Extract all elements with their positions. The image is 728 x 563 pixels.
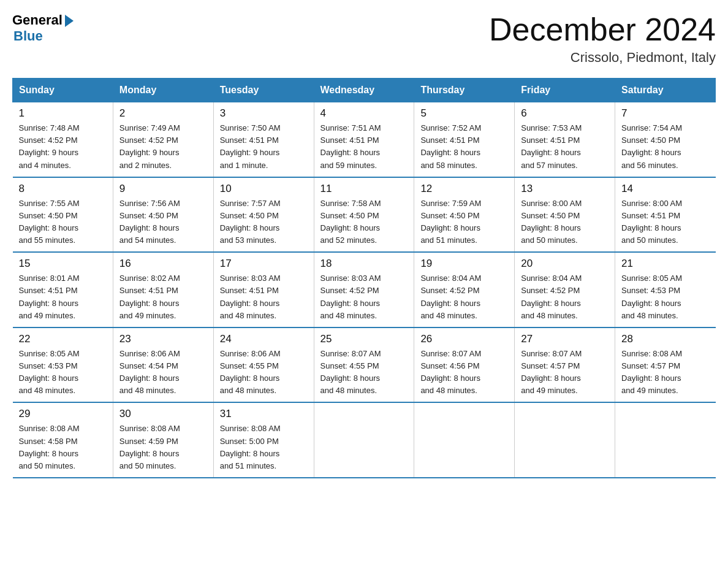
day-number: 21 <box>621 258 709 270</box>
day-info: Sunrise: 8:03 AM Sunset: 4:51 PM Dayligh… <box>220 272 308 322</box>
day-number: 2 <box>119 107 207 120</box>
day-number: 14 <box>621 183 709 195</box>
day-info: Sunrise: 8:08 AM Sunset: 5:00 PM Dayligh… <box>220 423 308 472</box>
calendar-cell: 3Sunrise: 7:50 AM Sunset: 4:51 PM Daylig… <box>213 102 314 177</box>
day-info: Sunrise: 8:05 AM Sunset: 4:53 PM Dayligh… <box>19 348 107 397</box>
logo-blue-text: Blue <box>13 28 43 44</box>
calendar-cell <box>615 402 716 478</box>
day-info: Sunrise: 8:06 AM Sunset: 4:55 PM Dayligh… <box>220 348 308 397</box>
day-number: 13 <box>521 183 609 195</box>
day-info: Sunrise: 8:06 AM Sunset: 4:54 PM Dayligh… <box>119 348 207 397</box>
day-number: 17 <box>220 258 308 270</box>
calendar-week-row: 8Sunrise: 7:55 AM Sunset: 4:50 PM Daylig… <box>13 177 716 253</box>
day-info: Sunrise: 8:08 AM Sunset: 4:57 PM Dayligh… <box>621 348 709 397</box>
day-number: 29 <box>19 408 107 420</box>
day-number: 25 <box>320 333 408 345</box>
day-info: Sunrise: 8:00 AM Sunset: 4:51 PM Dayligh… <box>621 197 709 247</box>
title-block: December 2024 Crissolo, Piedmont, Italy <box>489 12 716 66</box>
day-number: 6 <box>521 107 609 120</box>
day-info: Sunrise: 7:53 AM Sunset: 4:51 PM Dayligh… <box>521 122 609 172</box>
day-number: 3 <box>220 107 308 120</box>
calendar-table: SundayMondayTuesdayWednesdayThursdayFrid… <box>12 78 716 478</box>
day-info: Sunrise: 8:05 AM Sunset: 4:53 PM Dayligh… <box>621 272 709 322</box>
calendar-cell: 1Sunrise: 7:48 AM Sunset: 4:52 PM Daylig… <box>13 102 113 177</box>
calendar-week-row: 1Sunrise: 7:48 AM Sunset: 4:52 PM Daylig… <box>13 102 716 177</box>
day-info: Sunrise: 7:54 AM Sunset: 4:50 PM Dayligh… <box>621 122 709 172</box>
day-number: 9 <box>119 183 207 195</box>
calendar-cell: 16Sunrise: 8:02 AM Sunset: 4:51 PM Dayli… <box>113 252 213 327</box>
column-header-wednesday: Wednesday <box>314 79 414 102</box>
calendar-cell: 22Sunrise: 8:05 AM Sunset: 4:53 PM Dayli… <box>13 327 113 403</box>
day-info: Sunrise: 7:59 AM Sunset: 4:50 PM Dayligh… <box>420 197 508 247</box>
day-number: 8 <box>19 183 107 195</box>
calendar-cell: 20Sunrise: 8:04 AM Sunset: 4:52 PM Dayli… <box>515 252 615 327</box>
day-info: Sunrise: 7:56 AM Sunset: 4:50 PM Dayligh… <box>119 197 207 247</box>
day-info: Sunrise: 8:08 AM Sunset: 4:59 PM Dayligh… <box>119 423 207 472</box>
calendar-cell: 18Sunrise: 8:03 AM Sunset: 4:52 PM Dayli… <box>314 252 414 327</box>
logo: General Blue <box>12 12 74 44</box>
day-info: Sunrise: 7:58 AM Sunset: 4:50 PM Dayligh… <box>320 197 408 247</box>
calendar-cell: 26Sunrise: 8:07 AM Sunset: 4:56 PM Dayli… <box>414 327 515 403</box>
calendar-cell: 11Sunrise: 7:58 AM Sunset: 4:50 PM Dayli… <box>314 177 414 253</box>
day-number: 12 <box>420 183 508 195</box>
column-header-monday: Monday <box>113 79 213 102</box>
day-info: Sunrise: 7:50 AM Sunset: 4:51 PM Dayligh… <box>220 122 308 172</box>
column-header-saturday: Saturday <box>615 79 716 102</box>
day-number: 5 <box>420 107 508 120</box>
calendar-cell: 19Sunrise: 8:04 AM Sunset: 4:52 PM Dayli… <box>414 252 515 327</box>
day-number: 27 <box>521 333 609 345</box>
day-info: Sunrise: 7:52 AM Sunset: 4:51 PM Dayligh… <box>420 122 508 172</box>
month-title: December 2024 <box>489 12 716 47</box>
calendar-cell: 15Sunrise: 8:01 AM Sunset: 4:51 PM Dayli… <box>13 252 113 327</box>
calendar-week-row: 29Sunrise: 8:08 AM Sunset: 4:58 PM Dayli… <box>13 402 716 478</box>
calendar-cell: 25Sunrise: 8:07 AM Sunset: 4:55 PM Dayli… <box>314 327 414 403</box>
day-info: Sunrise: 8:04 AM Sunset: 4:52 PM Dayligh… <box>420 272 508 322</box>
column-header-friday: Friday <box>515 79 615 102</box>
day-number: 23 <box>119 333 207 345</box>
calendar-cell <box>515 402 615 478</box>
calendar-week-row: 22Sunrise: 8:05 AM Sunset: 4:53 PM Dayli… <box>13 327 716 403</box>
calendar-cell: 2Sunrise: 7:49 AM Sunset: 4:52 PM Daylig… <box>113 102 213 177</box>
logo-general-text: General <box>12 12 63 28</box>
calendar-cell <box>314 402 414 478</box>
day-number: 18 <box>320 258 408 270</box>
calendar-cell: 28Sunrise: 8:08 AM Sunset: 4:57 PM Dayli… <box>615 327 716 403</box>
calendar-cell: 5Sunrise: 7:52 AM Sunset: 4:51 PM Daylig… <box>414 102 515 177</box>
day-info: Sunrise: 7:51 AM Sunset: 4:51 PM Dayligh… <box>320 122 408 172</box>
calendar-cell: 30Sunrise: 8:08 AM Sunset: 4:59 PM Dayli… <box>113 402 213 478</box>
day-number: 30 <box>119 408 207 420</box>
column-header-thursday: Thursday <box>414 79 515 102</box>
logo-arrow-icon <box>65 15 74 27</box>
day-number: 19 <box>420 258 508 270</box>
calendar-cell: 13Sunrise: 8:00 AM Sunset: 4:50 PM Dayli… <box>515 177 615 253</box>
calendar-cell: 9Sunrise: 7:56 AM Sunset: 4:50 PM Daylig… <box>113 177 213 253</box>
day-number: 7 <box>621 107 709 120</box>
calendar-cell: 24Sunrise: 8:06 AM Sunset: 4:55 PM Dayli… <box>213 327 314 403</box>
day-number: 20 <box>521 258 609 270</box>
day-info: Sunrise: 8:04 AM Sunset: 4:52 PM Dayligh… <box>521 272 609 322</box>
day-info: Sunrise: 7:55 AM Sunset: 4:50 PM Dayligh… <box>19 197 107 247</box>
day-info: Sunrise: 8:07 AM Sunset: 4:55 PM Dayligh… <box>320 348 408 397</box>
calendar-cell: 10Sunrise: 7:57 AM Sunset: 4:50 PM Dayli… <box>213 177 314 253</box>
day-info: Sunrise: 8:00 AM Sunset: 4:50 PM Dayligh… <box>521 197 609 247</box>
calendar-cell: 12Sunrise: 7:59 AM Sunset: 4:50 PM Dayli… <box>414 177 515 253</box>
day-info: Sunrise: 8:02 AM Sunset: 4:51 PM Dayligh… <box>119 272 207 322</box>
calendar-week-row: 15Sunrise: 8:01 AM Sunset: 4:51 PM Dayli… <box>13 252 716 327</box>
calendar-cell: 6Sunrise: 7:53 AM Sunset: 4:51 PM Daylig… <box>515 102 615 177</box>
day-number: 24 <box>220 333 308 345</box>
day-info: Sunrise: 8:03 AM Sunset: 4:52 PM Dayligh… <box>320 272 408 322</box>
day-number: 15 <box>19 258 107 270</box>
calendar-cell: 27Sunrise: 8:07 AM Sunset: 4:57 PM Dayli… <box>515 327 615 403</box>
day-info: Sunrise: 8:01 AM Sunset: 4:51 PM Dayligh… <box>19 272 107 322</box>
calendar-header-row: SundayMondayTuesdayWednesdayThursdayFrid… <box>13 79 716 102</box>
calendar-cell: 17Sunrise: 8:03 AM Sunset: 4:51 PM Dayli… <box>213 252 314 327</box>
location-title: Crissolo, Piedmont, Italy <box>489 50 716 66</box>
header: General Blue December 2024 Crissolo, Pie… <box>12 12 716 66</box>
day-number: 28 <box>621 333 709 345</box>
calendar-cell: 29Sunrise: 8:08 AM Sunset: 4:58 PM Dayli… <box>13 402 113 478</box>
day-info: Sunrise: 7:57 AM Sunset: 4:50 PM Dayligh… <box>220 197 308 247</box>
day-number: 10 <box>220 183 308 195</box>
calendar-cell: 4Sunrise: 7:51 AM Sunset: 4:51 PM Daylig… <box>314 102 414 177</box>
day-info: Sunrise: 7:48 AM Sunset: 4:52 PM Dayligh… <box>19 122 107 172</box>
day-number: 26 <box>420 333 508 345</box>
